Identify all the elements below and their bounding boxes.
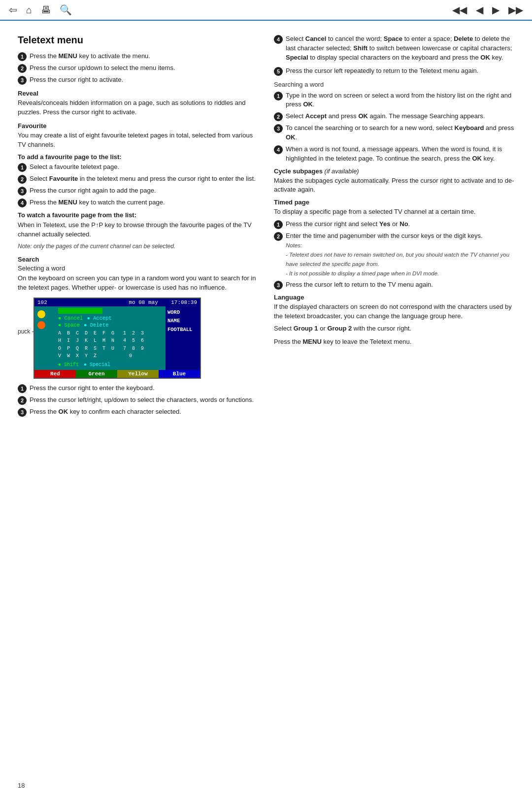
teletext-icon-yellow [37, 310, 45, 318]
search-section: Search Selecting a word On the keyboard … [18, 256, 258, 417]
search-item-4: 4 When a word is not found, a message ap… [274, 145, 514, 164]
teletext-word-label: WORD [167, 308, 198, 317]
search-item-3: 3 To cancel the searching or to search f… [274, 124, 514, 142]
searching-word-section: Searching a word 1 Type in the word on s… [274, 81, 514, 164]
keyboard-bullet-1: 1 [18, 384, 27, 393]
bullet-2: 2 [18, 64, 27, 73]
add-favourite-section: To add a favourite page to the list: 1 S… [18, 153, 258, 207]
right-item-4: 4 Select Cancel to cancel the word; Spac… [274, 34, 514, 63]
add-fav-item-3: 3 Press the cursor right again to add th… [18, 186, 258, 196]
timed-page-intro: To display a specific page from a select… [274, 207, 514, 217]
search-item-2: 2 Select Accept and press OK again. The … [274, 112, 514, 121]
search-bullet-2: 2 [274, 112, 283, 121]
keyboard-bullet-2: 2 [18, 396, 27, 405]
teletext-icon-orange [37, 321, 45, 329]
intro-item-2: 2 Press the cursor up/down to select the… [18, 64, 258, 73]
teletext-controls-row1: ● Cancel ● Accept [58, 315, 164, 321]
toolbar-left: ⇦ ⌂ 🖶 🔍 [9, 4, 72, 16]
teletext-bottom-green: Green [76, 370, 117, 378]
intro-item-1: 1 Press the MENU key to activate the men… [18, 52, 258, 61]
teletext-screen: 102 mo 08 may 17:08:39 ● Cancel [33, 298, 201, 379]
timed-page-section: Timed page To display a specific page fr… [274, 199, 514, 290]
intro-text-3: Press the cursor right to activate. [30, 75, 258, 85]
teletext-body: ● Cancel ● Accept ● Space ● Delete A B C… [34, 306, 200, 370]
right-column: 4 Select Cancel to cancel the word; Spac… [274, 34, 514, 421]
left-column: Teletext menu 1 Press the MENU key to ac… [18, 34, 258, 421]
search-bullet-4: 4 [274, 145, 283, 154]
skip-forward-icon[interactable]: ▶▶ [508, 4, 523, 16]
cycle-subpages-italic: (if available) [323, 167, 359, 175]
add-fav-text-2: Select Favourite in the teletext menu an… [30, 174, 258, 184]
teletext-highlight-bar [58, 308, 102, 314]
keyboard-bullet-3: 3 [18, 408, 27, 417]
add-fav-bullet-3: 3 [18, 187, 27, 196]
right-bullet-4: 4 [274, 35, 283, 44]
search-bullet-1: 1 [274, 92, 283, 100]
teletext-bottom-blue: Blue [159, 370, 200, 378]
teletext-controls-row2: ● Space ● Delete [58, 322, 164, 328]
search-icon[interactable]: 🔍 [60, 4, 72, 16]
teletext-special: ● Special [84, 361, 110, 369]
timed-item-1: 1 Press the cursor right and select Yes … [274, 220, 514, 229]
teletext-delete: ● Delete [84, 322, 108, 328]
teletext-kb-row5: ● Shift ● Special [58, 361, 164, 369]
timed-item-3: 3 Press the cursor left to return to the… [274, 280, 514, 290]
timed-text-3: Press the cursor left to return to the T… [286, 280, 514, 290]
cycle-subpages-heading-block: Cycle subpages (if available) [274, 167, 514, 175]
print-icon[interactable]: 🖶 [41, 4, 51, 16]
teletext-kb-row1: A B C D E F G 1 2 3 [58, 330, 164, 337]
teletext-kb-row3: O P Q R S T U 7 8 9 [58, 345, 164, 353]
keyboard-text-3: Press the OK key to confirm each charact… [30, 407, 258, 417]
prev-icon[interactable]: ◀ [476, 4, 483, 16]
cycle-subpages-heading: Cycle subpages [274, 167, 323, 175]
watch-favourite-section: To watch a favourite page from the list:… [18, 211, 258, 250]
timed-page-heading: Timed page [274, 199, 514, 206]
teletext-right-panel: WORD NAME FOOTBALL [166, 306, 200, 370]
teletext-kb-row2: H I J K L M N 4 5 6 [58, 337, 164, 345]
search-text-4: When a word is not found, a message appe… [286, 145, 514, 164]
home-icon[interactable]: ⌂ [26, 4, 32, 16]
teletext-kb-row4: V W X Y Z 0 [58, 352, 164, 360]
cycle-subpages-section: Cycle subpages (if available) Makes the … [274, 167, 514, 195]
language-section: Language If the displayed characters on … [274, 294, 514, 346]
timed-notes-title: Notes: [286, 242, 302, 248]
timed-bullet-2: 2 [274, 232, 283, 241]
teletext-accept: ● Accept [87, 315, 111, 321]
right-text-4: Select Cancel to cancel the word; Space … [286, 34, 514, 63]
teletext-screen-outer: puck — 102 mo 08 may 17:08:39 [18, 298, 258, 379]
keyboard-item-2: 2 Press the cursor left/right, up/down t… [18, 396, 258, 405]
teletext-left-icons [34, 306, 56, 370]
search-heading: Search [18, 256, 258, 263]
skip-back-icon[interactable]: ◀◀ [452, 4, 467, 16]
teletext-shift: ● Shift [58, 361, 79, 369]
right-item-5: 5 Press the cursor left repeatedly to re… [274, 66, 514, 76]
reveal-heading: Reveal [18, 90, 258, 97]
timed-bullet-1: 1 [274, 220, 283, 229]
language-select-text: Select Group 1 or Group 2 with the curso… [274, 324, 514, 333]
watch-favourite-note: Note: only the pages of the current chan… [18, 242, 258, 251]
add-fav-bullet-2: 2 [18, 175, 27, 184]
teletext-page-num: 102 [37, 299, 47, 305]
add-fav-item-2: 2 Select Favourite in the teletext menu … [18, 174, 258, 184]
page-number: 18 [18, 782, 25, 789]
favourite-heading: Favourite [18, 122, 258, 130]
add-fav-item-4: 4 Press the MENU key to watch the curren… [18, 198, 258, 207]
language-text: If the displayed characters on screen do… [274, 302, 514, 321]
intro-text-1: Press the MENU key to activate the menu. [30, 52, 258, 61]
next-icon[interactable]: ▶ [492, 4, 499, 16]
teletext-datetime: mo 08 may 17:08:39 [129, 299, 197, 305]
timed-text-2: Enter the time and pagenumber with the c… [286, 232, 514, 278]
search-bullet-3: 3 [274, 124, 283, 133]
cycle-subpages-text: Makes the subpages cycle automatically. … [274, 176, 514, 195]
teletext-keyboard: A B C D E F G 1 2 3 H I J K L M N 4 5 6 … [58, 330, 164, 369]
selecting-word-label: Selecting a word [18, 265, 258, 272]
intro-item-3: 3 Press the cursor right to activate. [18, 75, 258, 85]
search-item-1: 1 Type in the word on screen or select a… [274, 91, 514, 110]
teletext-main: ● Cancel ● Accept ● Space ● Delete A B C… [56, 306, 166, 370]
back-arrow-icon[interactable]: ⇦ [9, 4, 17, 16]
toolbar: ⇦ ⌂ 🖶 🔍 ◀◀ ◀ ▶ ▶▶ [0, 0, 532, 21]
timed-bullet-3: 3 [274, 281, 283, 290]
add-fav-item-1: 1 Select a favourite teletext page. [18, 163, 258, 172]
search-text-1: Type in the word on screen or select a w… [286, 91, 514, 110]
keyboard-item-1: 1 Press the cursor right to enter the ke… [18, 384, 258, 393]
